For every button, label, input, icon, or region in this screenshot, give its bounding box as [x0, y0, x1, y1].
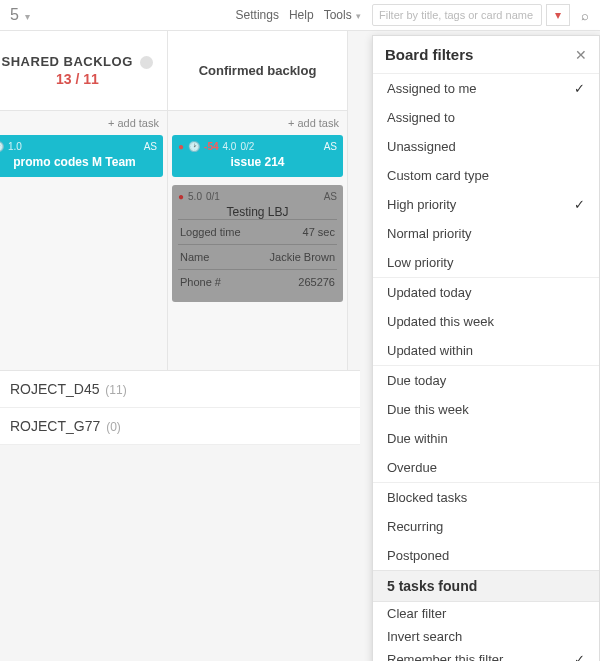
project-row[interactable]: ROJECT_D45 (11)	[0, 371, 360, 408]
info-icon[interactable]	[140, 56, 153, 69]
breadcrumb[interactable]: 5 ▾	[4, 6, 36, 24]
project-name: ROJECT_D45	[10, 381, 99, 397]
card-initials: AS	[144, 141, 157, 152]
card-subtask-ratio: 0/2	[240, 141, 254, 152]
filter-item[interactable]: Updated today	[373, 278, 599, 307]
filter-item[interactable]: Assigned to me✓	[373, 74, 599, 103]
filter-item[interactable]: Updated this week	[373, 307, 599, 336]
add-task-button[interactable]: + add task	[168, 111, 347, 133]
project-list: ROJECT_D45 (11) ROJECT_G77 (0)	[0, 370, 360, 445]
project-name: ROJECT_G77	[10, 418, 100, 434]
board-filters-panel: Board filters ✕ Assigned to me✓ Assigned…	[372, 35, 600, 661]
filter-status: 5 tasks found	[373, 570, 599, 602]
column-title: Confirmed backlog	[199, 63, 317, 78]
add-task-button[interactable]: + add task	[0, 111, 167, 133]
clear-filter-action[interactable]: Clear filter	[373, 602, 599, 625]
card-initials: AS	[324, 141, 337, 152]
filter-item[interactable]: Normal priority	[373, 219, 599, 248]
card-field: Name Jackie Brown	[178, 244, 337, 269]
invert-search-action[interactable]: Invert search	[373, 625, 599, 648]
card-estimate: 4.0	[223, 141, 237, 152]
check-icon: ✓	[574, 652, 585, 661]
clock-icon: 🕑	[188, 141, 200, 152]
card[interactable]: ● 5.0 0/1 AS Testing LBJ Logged time 47 …	[172, 185, 343, 302]
search-button[interactable]: ⌕	[574, 4, 596, 26]
column-confirmed-backlog: Confirmed backlog + add task ● 🕑 -54 4.0…	[168, 31, 348, 370]
filter-input[interactable]	[372, 4, 542, 26]
pin-icon: ●	[178, 191, 184, 202]
card-initials: AS	[324, 191, 337, 202]
panel-header: Board filters ✕	[373, 36, 599, 74]
pin-icon: ●	[178, 141, 184, 152]
filter-item[interactable]: Overdue	[373, 453, 599, 482]
filter-item[interactable]: Unassigned	[373, 132, 599, 161]
card-title: issue 214	[178, 153, 337, 169]
card-overdue: -54	[204, 141, 218, 152]
filter-item[interactable]: Low priority	[373, 248, 599, 277]
breadcrumb-text: 5	[10, 6, 19, 23]
filter-item[interactable]: Recurring	[373, 512, 599, 541]
tools-link[interactable]: Tools ▾	[319, 8, 366, 22]
chevron-down-icon: ▾	[356, 11, 361, 21]
card-field: Phone # 265276	[178, 269, 337, 294]
clock-icon: 🕑	[0, 141, 4, 152]
filter-toggle-button[interactable]: ▾	[546, 4, 570, 26]
filter-item[interactable]: Due this week	[373, 395, 599, 424]
column-shared-backlog: SHARED BACKLOG 13 / 11 + add task 🕑 1.0 …	[0, 31, 168, 370]
remember-filter-action[interactable]: Remember this filter✓	[373, 648, 599, 661]
panel-title: Board filters	[385, 46, 575, 63]
settings-link[interactable]: Settings	[231, 8, 284, 22]
check-icon: ✓	[574, 197, 585, 212]
filter-item[interactable]: Due within	[373, 424, 599, 453]
column-header: SHARED BACKLOG 13 / 11	[0, 31, 167, 111]
card-estimate: 5.0	[188, 191, 202, 202]
card-title: Testing LBJ	[178, 203, 337, 219]
search-icon: ⌕	[581, 8, 589, 23]
project-count: (0)	[106, 420, 121, 434]
project-count: (11)	[105, 383, 126, 397]
card-estimate: 1.0	[8, 141, 22, 152]
check-icon: ✓	[574, 81, 585, 96]
filter-item[interactable]: Updated within	[373, 336, 599, 365]
column-count: 13 / 11	[56, 71, 99, 87]
close-icon[interactable]: ✕	[575, 47, 587, 63]
card[interactable]: ● 🕑 -54 4.0 0/2 AS issue 214	[172, 135, 343, 177]
filter-list: Assigned to me✓ Assigned to Unassigned C…	[373, 74, 599, 570]
filter-item[interactable]: Due today	[373, 366, 599, 395]
card-title: promo codes M Team	[0, 153, 157, 169]
project-row[interactable]: ROJECT_G77 (0)	[0, 408, 360, 445]
filter-item[interactable]: Assigned to	[373, 103, 599, 132]
funnel-icon: ▾	[555, 8, 561, 22]
help-link[interactable]: Help	[284, 8, 319, 22]
filter-item[interactable]: High priority✓	[373, 190, 599, 219]
filter-actions: Clear filter Invert search Remember this…	[373, 602, 599, 661]
column-header: Confirmed backlog	[168, 31, 347, 111]
topbar: 5 ▾ Settings Help Tools ▾ ▾ ⌕	[0, 0, 600, 30]
card-subtask-ratio: 0/1	[206, 191, 220, 202]
column-title: SHARED BACKLOG	[2, 54, 133, 69]
card-field: Logged time 47 sec	[178, 219, 337, 244]
filter-item[interactable]: Postponed	[373, 541, 599, 570]
filter-item[interactable]: Custom card type	[373, 161, 599, 190]
filter-item[interactable]: Blocked tasks	[373, 483, 599, 512]
card[interactable]: 🕑 1.0 AS promo codes M Team	[0, 135, 163, 177]
chevron-down-icon: ▾	[25, 11, 30, 22]
